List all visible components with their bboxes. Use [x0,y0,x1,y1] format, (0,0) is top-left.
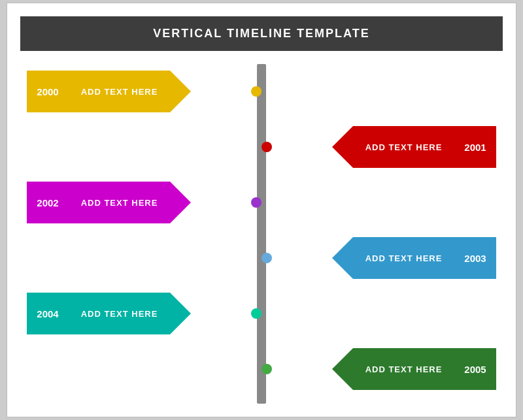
arrow-2000 [170,71,191,112]
timeline-item-left-2004: 2004ADD TEXT HERE [27,293,191,334]
page-title: VERTICAL TIMELINE TEMPLATE [20,16,503,51]
timeline-item-right-2001: ADD TEXT HERE2001 [332,126,496,168]
year-label-2000: 2000 [27,71,69,112]
text-box-2005: ADD TEXT HERE [353,348,454,390]
arrow-2004 [170,293,191,334]
text-box-2000: ADD TEXT HERE [69,71,170,112]
text-box-2003: ADD TEXT HERE [353,237,454,279]
arrow-2001 [332,126,353,168]
center-line [257,64,266,404]
arrow-2002 [170,182,191,223]
dot-2002 [251,197,262,208]
timeline-item-right-2003: ADD TEXT HERE2003 [332,237,496,279]
year-label-2003: 2003 [454,237,496,279]
year-label-2005: 2005 [454,348,496,390]
year-label-2002: 2002 [27,182,69,223]
timeline-content: 2000ADD TEXT HEREADD TEXT HERE20012002AD… [7,51,516,417]
arrow-2003 [332,237,353,279]
year-label-2004: 2004 [27,293,69,334]
timeline-item-left-2002: 2002ADD TEXT HERE [27,182,191,223]
dot-2004 [251,308,262,319]
timeline-item-left-2000: 2000ADD TEXT HERE [27,71,191,112]
text-box-2002: ADD TEXT HERE [69,182,170,223]
dot-2000 [251,86,262,97]
page: VERTICAL TIMELINE TEMPLATE 2000ADD TEXT … [7,3,516,417]
dot-2001 [262,142,272,152]
year-label-2001: 2001 [454,126,496,168]
arrow-2005 [332,348,353,390]
text-box-2001: ADD TEXT HERE [353,126,454,168]
text-box-2004: ADD TEXT HERE [69,293,170,334]
dot-2003 [262,253,272,263]
dot-2005 [262,364,272,374]
timeline-item-right-2005: ADD TEXT HERE2005 [332,348,496,390]
